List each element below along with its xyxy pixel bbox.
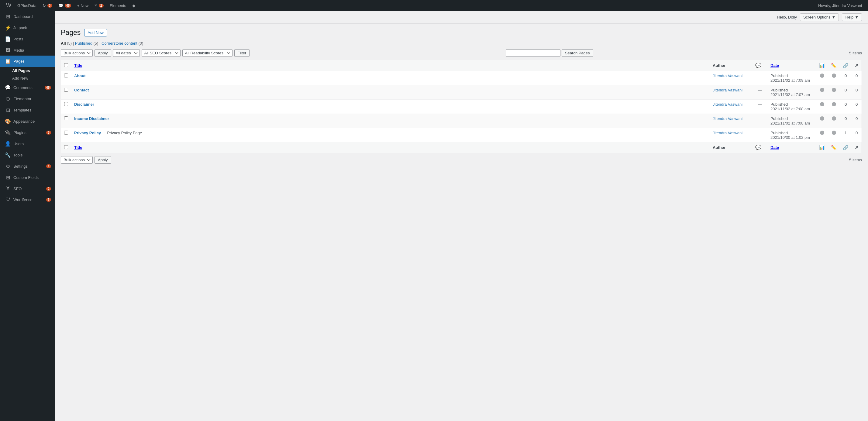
help-button[interactable]: Help ▼ (842, 13, 862, 21)
tfoot-date[interactable]: Date (767, 142, 816, 153)
sidebar-item-posts[interactable]: 📄 Posts (0, 33, 55, 45)
date-filter-select[interactable]: All dates (113, 49, 140, 57)
adminbar-site-name[interactable]: GPlusData (15, 0, 39, 11)
adminbar-comments[interactable]: 💬 45 (56, 0, 73, 11)
sidebar-sub-add-new[interactable]: Add New (0, 74, 55, 82)
sidebar-item-label: Comments (13, 85, 33, 90)
date-sort-link[interactable]: Date (770, 63, 779, 68)
items-count-bottom: 5 items (849, 158, 862, 162)
row-seo-cell (816, 85, 828, 100)
tfoot-checkbox (61, 142, 71, 153)
comments-nav-icon: 💬 (5, 85, 11, 91)
row-checkbox[interactable] (64, 73, 68, 77)
published-filter-link[interactable]: Published (75, 41, 92, 45)
admin-bar: W GPlusData ↻ 3 💬 45 + New Y 2 Elements … (0, 0, 868, 11)
seo-dot (820, 73, 824, 78)
apply-bottom-button[interactable]: Apply (95, 156, 111, 164)
adminbar-new[interactable]: + New (75, 0, 91, 11)
sidebar-item-plugins[interactable]: 🔌 Plugins 3 (0, 127, 55, 138)
items-count-top: 5 items (849, 51, 862, 55)
page-title-link[interactable]: About (74, 73, 86, 78)
page-title-link[interactable]: Income Disclaimer (74, 116, 109, 121)
row-title-cell: Privacy Policy — Privacy Policy Page (71, 128, 710, 142)
select-all-checkbox-bottom[interactable] (64, 145, 68, 149)
adminbar-updates[interactable]: ↻ 3 (40, 0, 55, 11)
th-date[interactable]: Date (767, 60, 816, 71)
tfoot-title-sort[interactable]: Title (74, 145, 82, 150)
th-title[interactable]: Title (71, 60, 710, 71)
sidebar-item-templates[interactable]: ⊡ Templates (0, 104, 55, 116)
adminbar-diamond[interactable]: ◆ (130, 0, 138, 11)
links-icon: 🔗 (843, 63, 848, 68)
tfoot-date-sort[interactable]: Date (770, 145, 779, 150)
filter-button[interactable]: Filter (234, 49, 250, 57)
apply-top-button[interactable]: Apply (95, 49, 111, 57)
bulk-actions-bottom-select[interactable]: Bulk actions (61, 156, 93, 164)
row-checkbox[interactable] (64, 116, 68, 120)
author-link[interactable]: Jitendra Vaswani (713, 116, 742, 121)
adminbar-elements[interactable]: Elements (107, 0, 129, 11)
add-new-button[interactable]: Add New (84, 29, 107, 36)
row-checkbox[interactable] (64, 88, 68, 92)
sidebar-item-wordfence[interactable]: 🛡 Wordfence 3 (0, 194, 55, 205)
author-link[interactable]: Jitendra Vaswani (713, 102, 742, 107)
page-title-link[interactable]: Privacy Policy (74, 131, 101, 135)
adminbar-logo[interactable]: W (4, 0, 14, 11)
page-title-link[interactable]: Contact (74, 88, 89, 92)
sidebar-item-dashboard[interactable]: ⊞ Dashboard (0, 11, 55, 22)
sidebar-item-comments[interactable]: 💬 Comments 45 (0, 82, 55, 93)
search-pages-input[interactable] (506, 49, 560, 57)
linked-count: 0 (856, 131, 858, 135)
row-seo-cell (816, 100, 828, 114)
sidebar-item-custom-fields[interactable]: ⊞ Custom Fields (0, 172, 55, 183)
table-footer-row: Title Author 💬 Date 📊 ✏️ (61, 142, 862, 153)
title-sort-link[interactable]: Title (74, 63, 82, 68)
readability-filter-select[interactable]: All Readability Scores (182, 49, 232, 57)
tfoot-comment-icon: 💬 (755, 145, 761, 150)
bulk-actions-top-select[interactable]: Bulk actions (61, 49, 93, 57)
readability-dot (832, 131, 836, 135)
links-count: 0 (845, 73, 847, 78)
site-name-text: GPlusData (17, 3, 36, 8)
readability-dot (832, 88, 836, 92)
author-link[interactable]: Jitendra Vaswani (713, 88, 742, 92)
sidebar-sub-all-pages[interactable]: All Pages (0, 67, 55, 74)
dashboard-icon: ⊞ (5, 14, 11, 20)
adminbar-yoast[interactable]: Y 2 (92, 0, 106, 11)
search-pages-area: Search Pages (506, 49, 593, 57)
row-checkbox[interactable] (64, 131, 68, 135)
search-pages-button[interactable]: Search Pages (562, 49, 593, 57)
jetpack-icon: ⚡ (5, 25, 11, 31)
sidebar-item-elementor[interactable]: ⬡ Elementor (0, 93, 55, 104)
sidebar-item-appearance[interactable]: 🎨 Appearance (0, 116, 55, 127)
templates-icon: ⊡ (5, 107, 11, 113)
tfoot-title[interactable]: Title (71, 142, 710, 153)
sidebar-item-label: Elementor (13, 97, 31, 101)
diamond-icon: ◆ (132, 3, 135, 8)
status-text: Published (770, 102, 788, 107)
row-checkbox[interactable] (64, 102, 68, 106)
sidebar-item-users[interactable]: 👤 Users (0, 138, 55, 150)
cornerstone-filter-link[interactable]: Cornerstone content (101, 41, 137, 45)
tfoot-seo-icon: 📊 (819, 145, 825, 150)
screen-options-button[interactable]: Screen Options ▼ (800, 13, 839, 21)
sidebar-item-jetpack[interactable]: ⚡ Jetpack (0, 22, 55, 33)
row-links-cell: 0 (840, 85, 851, 100)
linked-count: 0 (856, 88, 858, 92)
help-label: Help (845, 15, 854, 20)
sidebar-item-seo[interactable]: Y SEO 2 (0, 183, 55, 194)
comments-value: — (758, 102, 762, 107)
sidebar-item-settings[interactable]: ⚙ Settings 1 (0, 161, 55, 172)
top-bar: Hello, Dolly Screen Options ▼ Help ▼ (55, 11, 868, 24)
sidebar-item-tools[interactable]: 🔧 Tools (0, 150, 55, 161)
all-filter-link[interactable]: All (61, 41, 66, 45)
yoast-icon: Y (95, 3, 97, 8)
sidebar-item-pages[interactable]: 📋 Pages (0, 56, 55, 67)
author-link[interactable]: Jitendra Vaswani (713, 73, 742, 78)
sidebar-item-media[interactable]: 🖼 Media (0, 45, 55, 56)
readability-dot (832, 102, 836, 106)
select-all-checkbox[interactable] (64, 63, 68, 67)
author-link[interactable]: Jitendra Vaswani (713, 131, 742, 135)
seo-score-filter-select[interactable]: All SEO Scores (142, 49, 181, 57)
page-title-link[interactable]: Disclaimer (74, 102, 94, 107)
